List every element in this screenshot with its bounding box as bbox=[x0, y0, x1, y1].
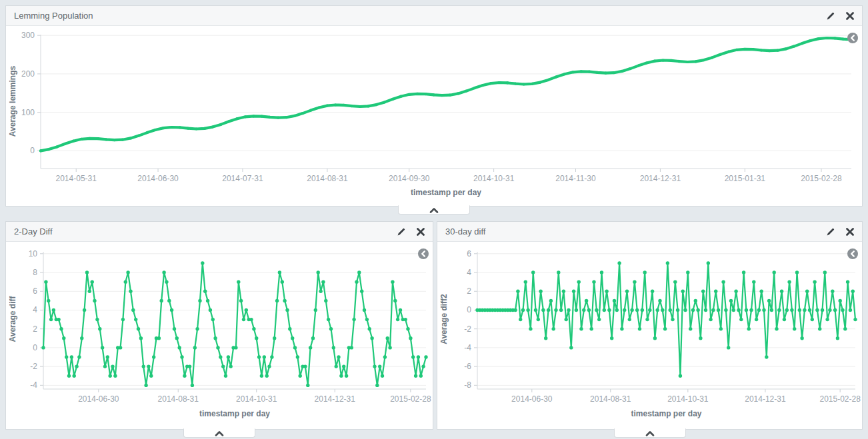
data-point bbox=[275, 299, 279, 302]
x-tick-label: 2015-01-31 bbox=[725, 174, 766, 183]
data-point bbox=[146, 131, 149, 134]
data-point bbox=[839, 299, 842, 302]
data-point bbox=[342, 364, 345, 368]
remove-panel-button[interactable] bbox=[846, 12, 854, 20]
data-point bbox=[541, 308, 545, 312]
data-point bbox=[98, 327, 101, 330]
data-point bbox=[676, 308, 679, 312]
data-point bbox=[600, 270, 603, 274]
y-tick-label: 300 bbox=[21, 31, 35, 40]
x-tick-label: 2014-10-31 bbox=[236, 394, 277, 404]
data-point bbox=[339, 374, 343, 378]
x-tick-label: 2014-10-31 bbox=[667, 394, 709, 404]
chart-canvas-30-day-diff[interactable]: -8-6-4-202462014-06-302014-08-312014-10-… bbox=[437, 242, 862, 430]
data-point bbox=[106, 355, 109, 358]
data-point bbox=[670, 59, 673, 62]
close-icon bbox=[417, 228, 425, 236]
x-tick-label: 2014-12-31 bbox=[745, 394, 786, 404]
collapse-panel-button[interactable] bbox=[183, 428, 255, 438]
data-point bbox=[309, 346, 312, 349]
back-circle-button[interactable] bbox=[847, 248, 859, 260]
data-point bbox=[195, 127, 197, 130]
data-point bbox=[154, 129, 157, 131]
remove-panel-button[interactable] bbox=[846, 228, 854, 236]
data-point bbox=[661, 308, 664, 312]
data-point bbox=[798, 308, 801, 312]
data-point bbox=[524, 280, 527, 284]
data-point bbox=[853, 318, 857, 321]
data-point bbox=[565, 318, 568, 321]
data-point bbox=[119, 346, 122, 349]
data-point bbox=[615, 308, 619, 312]
edit-panel-button[interactable] bbox=[397, 227, 406, 236]
data-point bbox=[638, 327, 641, 330]
edit-panel-button[interactable] bbox=[826, 227, 835, 236]
y-tick-label: 100 bbox=[21, 108, 35, 117]
data-point bbox=[283, 299, 286, 302]
data-point bbox=[277, 117, 279, 119]
collapse-panel-button[interactable] bbox=[398, 205, 470, 215]
remove-panel-button[interactable] bbox=[417, 228, 425, 236]
data-point bbox=[577, 280, 581, 284]
data-point bbox=[582, 308, 585, 312]
data-point bbox=[165, 280, 168, 284]
data-point bbox=[572, 290, 575, 293]
data-point bbox=[252, 327, 255, 330]
data-point bbox=[755, 318, 758, 321]
data-point bbox=[595, 308, 598, 312]
data-point bbox=[47, 148, 50, 151]
chart-area: 01002003002014-05-312014-06-302014-07-31… bbox=[6, 27, 862, 206]
chart-canvas-lemming-population[interactable]: 01002003002014-05-312014-06-302014-07-31… bbox=[6, 27, 862, 207]
x-tick-label: 2014-06-30 bbox=[137, 174, 179, 183]
dashboard-page: { "colors": { "page_bg": "#e4e9ed", "pan… bbox=[0, 0, 868, 439]
data-point bbox=[770, 308, 773, 312]
panel-header: Lemming Population bbox=[6, 6, 862, 26]
data-point bbox=[768, 49, 771, 52]
data-point bbox=[113, 374, 117, 378]
data-point bbox=[419, 374, 423, 378]
data-point bbox=[773, 270, 776, 274]
data-point bbox=[319, 290, 322, 293]
data-point bbox=[296, 355, 299, 358]
data-point bbox=[57, 318, 60, 321]
data-point bbox=[203, 127, 206, 130]
data-point bbox=[811, 318, 814, 321]
data-point bbox=[851, 290, 855, 293]
x-tick-label: 2014-10-31 bbox=[473, 174, 515, 183]
data-point bbox=[242, 318, 245, 321]
data-point bbox=[311, 336, 315, 340]
data-point bbox=[836, 336, 839, 340]
data-point bbox=[216, 346, 219, 349]
data-point bbox=[414, 374, 417, 378]
data-point bbox=[645, 318, 649, 321]
data-point bbox=[743, 48, 746, 51]
data-point bbox=[351, 105, 353, 107]
collapse-panel-button[interactable] bbox=[614, 428, 686, 438]
data-point bbox=[762, 308, 765, 312]
data-point bbox=[72, 140, 75, 143]
data-point bbox=[332, 346, 335, 349]
data-point bbox=[633, 280, 636, 284]
data-point bbox=[301, 112, 304, 115]
data-point bbox=[270, 355, 273, 358]
chart-canvas-2-day-diff[interactable]: -4-202468102014-06-302014-08-312014-10-3… bbox=[6, 242, 433, 430]
data-point bbox=[260, 374, 263, 378]
x-tick-label: 2014-12-31 bbox=[315, 394, 356, 404]
data-point bbox=[352, 318, 355, 321]
data-point bbox=[552, 327, 555, 330]
data-point bbox=[357, 270, 361, 274]
panel-lemming-population: Lemming Population 01002003002014-05-312… bbox=[5, 5, 863, 207]
edit-panel-button[interactable] bbox=[826, 11, 835, 21]
close-icon bbox=[846, 228, 854, 236]
data-point bbox=[506, 81, 509, 84]
data-point bbox=[129, 137, 132, 139]
data-point bbox=[800, 336, 803, 340]
data-point bbox=[628, 318, 631, 321]
data-point bbox=[175, 336, 179, 340]
back-circle-button[interactable] bbox=[847, 32, 859, 44]
back-circle-button[interactable] bbox=[417, 248, 429, 260]
data-point bbox=[785, 47, 787, 50]
x-tick-label: 2014-06-30 bbox=[78, 394, 119, 404]
data-point bbox=[795, 270, 799, 274]
data-point bbox=[790, 308, 793, 312]
